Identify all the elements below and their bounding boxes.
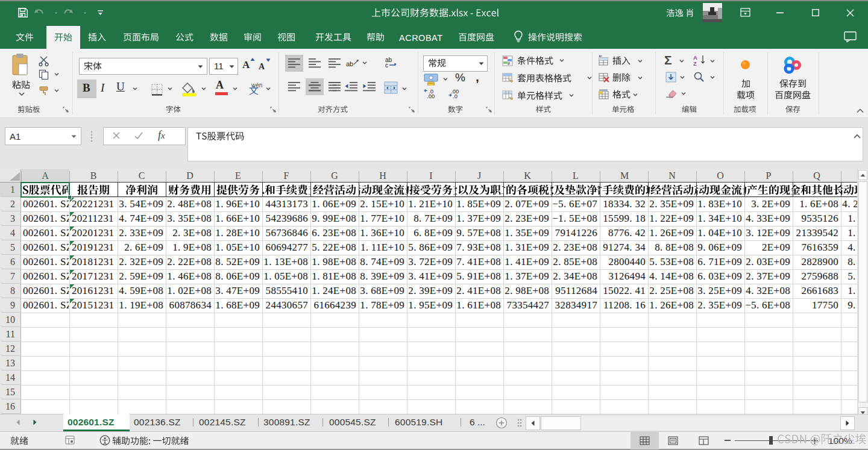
svg-text:.0: .0	[453, 93, 458, 99]
svg-text:Z: Z	[693, 60, 697, 66]
svg-text:ab: ab	[346, 60, 353, 67]
svg-text:≠: ≠	[508, 61, 511, 66]
svg-text:c: c	[385, 62, 388, 69]
svg-text:.00: .00	[427, 93, 435, 99]
